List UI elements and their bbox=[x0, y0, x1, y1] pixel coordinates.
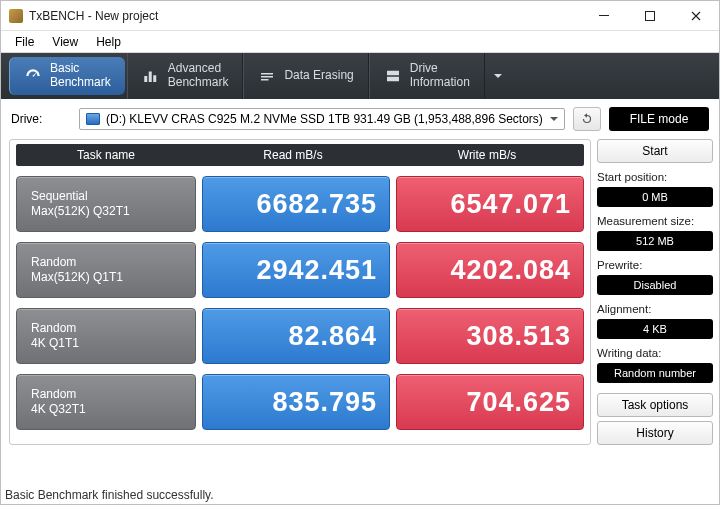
titlebar: TxBENCH - New project bbox=[1, 1, 719, 31]
minimize-button[interactable] bbox=[581, 1, 627, 31]
drive-icon bbox=[384, 67, 402, 85]
tab-label: Advanced bbox=[168, 62, 229, 76]
task-params: 4K Q32T1 bbox=[31, 402, 181, 417]
tab-label: Benchmark bbox=[168, 76, 229, 90]
menu-view[interactable]: View bbox=[44, 33, 86, 51]
task-name: Sequential bbox=[31, 189, 181, 204]
menu-file[interactable]: File bbox=[7, 33, 42, 51]
drive-select-value: (D:) KLEVV CRAS C925 M.2 NVMe SSD 1TB 93… bbox=[106, 112, 543, 126]
prewrite-value[interactable]: Disabled bbox=[597, 275, 713, 295]
table-row: Sequential Max(512K) Q32T1 6682.735 6547… bbox=[16, 176, 584, 232]
drive-glyph-icon bbox=[86, 113, 100, 125]
app-icon bbox=[9, 9, 23, 23]
tab-advanced-benchmark[interactable]: AdvancedBenchmark bbox=[127, 53, 244, 99]
task-cell[interactable]: Random 4K Q32T1 bbox=[16, 374, 196, 430]
read-value: 6682.735 bbox=[202, 176, 390, 232]
bars-icon bbox=[142, 67, 160, 85]
table-row: Random 4K Q32T1 835.795 704.625 bbox=[16, 374, 584, 430]
prewrite-label: Prewrite: bbox=[597, 259, 713, 271]
erase-icon bbox=[258, 67, 276, 85]
task-name: Random bbox=[31, 255, 181, 270]
writing-data-value[interactable]: Random number bbox=[597, 363, 713, 383]
tab-drive-information[interactable]: DriveInformation bbox=[369, 53, 485, 99]
col-read: Read mB/s bbox=[196, 148, 390, 162]
write-value: 6547.071 bbox=[396, 176, 584, 232]
tab-label: Information bbox=[410, 76, 470, 90]
maximize-button[interactable] bbox=[627, 1, 673, 31]
task-params: 4K Q1T1 bbox=[31, 336, 181, 351]
menu-help[interactable]: Help bbox=[88, 33, 129, 51]
read-value: 835.795 bbox=[202, 374, 390, 430]
write-value: 308.513 bbox=[396, 308, 584, 364]
task-cell[interactable]: Random 4K Q1T1 bbox=[16, 308, 196, 364]
results-header: Task name Read mB/s Write mB/s bbox=[16, 144, 584, 166]
writing-data-label: Writing data: bbox=[597, 347, 713, 359]
menubar: File View Help bbox=[1, 31, 719, 53]
task-name: Random bbox=[31, 387, 181, 402]
tab-label: Benchmark bbox=[50, 76, 111, 90]
alignment-label: Alignment: bbox=[597, 303, 713, 315]
measurement-size-value[interactable]: 512 MB bbox=[597, 231, 713, 251]
start-position-value[interactable]: 0 MB bbox=[597, 187, 713, 207]
tab-label: Basic bbox=[50, 62, 111, 76]
close-button[interactable] bbox=[673, 1, 719, 31]
status-bar: Basic Benchmark finished successfully. bbox=[5, 488, 214, 502]
history-button[interactable]: History bbox=[597, 421, 713, 445]
measurement-size-label: Measurement size: bbox=[597, 215, 713, 227]
tab-basic-benchmark[interactable]: BasicBenchmark bbox=[9, 57, 125, 95]
task-params: Max(512K) Q1T1 bbox=[31, 270, 181, 285]
task-cell[interactable]: Random Max(512K) Q1T1 bbox=[16, 242, 196, 298]
refresh-button[interactable] bbox=[573, 107, 601, 131]
chevron-down-icon bbox=[493, 71, 503, 81]
tab-label: Drive bbox=[410, 62, 470, 76]
col-write: Write mB/s bbox=[390, 148, 584, 162]
file-mode-button[interactable]: FILE mode bbox=[609, 107, 709, 131]
refresh-icon bbox=[580, 112, 594, 126]
task-name: Random bbox=[31, 321, 181, 336]
table-row: Random Max(512K) Q1T1 2942.451 4202.084 bbox=[16, 242, 584, 298]
tab-label: Data Erasing bbox=[284, 69, 353, 83]
svg-rect-1 bbox=[646, 11, 655, 20]
tab-data-erasing[interactable]: Data Erasing bbox=[243, 53, 368, 99]
window-title: TxBENCH - New project bbox=[29, 9, 581, 23]
svg-rect-0 bbox=[599, 15, 609, 16]
task-params: Max(512K) Q32T1 bbox=[31, 204, 181, 219]
toolbar-dropdown[interactable] bbox=[485, 53, 511, 99]
drive-label: Drive: bbox=[11, 112, 71, 126]
start-position-label: Start position: bbox=[597, 171, 713, 183]
read-value: 2942.451 bbox=[202, 242, 390, 298]
task-options-button[interactable]: Task options bbox=[597, 393, 713, 417]
alignment-value[interactable]: 4 KB bbox=[597, 319, 713, 339]
drive-row: Drive: (D:) KLEVV CRAS C925 M.2 NVMe SSD… bbox=[1, 99, 719, 139]
gauge-icon bbox=[24, 67, 42, 85]
side-panel: Start Start position: 0 MB Measurement s… bbox=[597, 139, 713, 445]
start-button[interactable]: Start bbox=[597, 139, 713, 163]
results-panel: Task name Read mB/s Write mB/s Sequentia… bbox=[9, 139, 591, 445]
drive-select[interactable]: (D:) KLEVV CRAS C925 M.2 NVMe SSD 1TB 93… bbox=[79, 108, 565, 130]
write-value: 4202.084 bbox=[396, 242, 584, 298]
write-value: 704.625 bbox=[396, 374, 584, 430]
col-task: Task name bbox=[16, 148, 196, 162]
table-row: Random 4K Q1T1 82.864 308.513 bbox=[16, 308, 584, 364]
toolbar: BasicBenchmark AdvancedBenchmark Data Er… bbox=[1, 53, 719, 99]
task-cell[interactable]: Sequential Max(512K) Q32T1 bbox=[16, 176, 196, 232]
read-value: 82.864 bbox=[202, 308, 390, 364]
